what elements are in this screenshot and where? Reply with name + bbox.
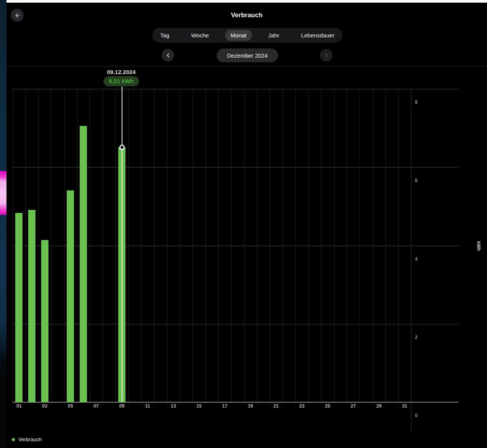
vertical-gridline xyxy=(116,89,116,404)
x-axis-tick-label: 31 xyxy=(398,403,411,409)
vertical-gridline xyxy=(38,89,39,404)
y-axis-tick-label: 0 xyxy=(415,413,418,418)
vertical-gridline xyxy=(77,89,77,404)
selection-indicator-line xyxy=(122,87,122,402)
x-axis-tick-label: 07 xyxy=(90,403,103,409)
vertical-gridline xyxy=(141,89,141,404)
bar-day-03[interactable] xyxy=(41,240,48,402)
vertical-gridline xyxy=(386,89,386,404)
x-axis-tick-label: 17 xyxy=(218,403,231,409)
legend: Verbrauch xyxy=(12,437,42,442)
vertical-gridline xyxy=(308,89,309,404)
x-axis-tick-label: 03 xyxy=(38,403,51,409)
vertical-gridline xyxy=(180,89,180,404)
bar-day-01[interactable] xyxy=(15,213,23,402)
vertical-gridline xyxy=(270,89,270,404)
vertical-gridline xyxy=(26,89,26,404)
vertical-gridline xyxy=(398,89,399,404)
bar-day-06[interactable] xyxy=(80,126,87,403)
legend-dot-icon xyxy=(12,438,15,441)
vertical-gridline xyxy=(244,89,244,404)
bar-day-05[interactable] xyxy=(67,190,74,402)
x-axis-tick-label: 19 xyxy=(244,403,257,409)
tooltip-value-badge: 6,51 kWh xyxy=(103,76,139,86)
x-axis-tick-label: 15 xyxy=(193,403,206,409)
app-root: Verbrauch TagWocheMonatJahrLebensdauer D… xyxy=(0,0,487,448)
x-axis-tick-label: 09 xyxy=(116,403,129,409)
y-axis-tick-label: 2 xyxy=(415,335,418,340)
vertical-gridline xyxy=(206,89,206,404)
vertical-gridline xyxy=(296,89,296,404)
x-axis-tick-label: 05 xyxy=(64,403,77,409)
vertical-gridline xyxy=(283,89,283,404)
vertical-gridline xyxy=(167,89,167,404)
vertical-gridline xyxy=(360,89,360,404)
x-axis-tick-label: 13 xyxy=(167,403,180,409)
x-axis-tick-label: 23 xyxy=(296,403,309,409)
y-axis-tick-label: 8 xyxy=(415,100,418,105)
vertical-gridline xyxy=(90,89,90,404)
x-axis-tick-label: 01 xyxy=(13,403,26,409)
x-axis-tick-label: 27 xyxy=(347,403,360,409)
y-axis-tick-label: 6 xyxy=(415,178,418,183)
vertical-gridline xyxy=(154,89,154,404)
y-axis-unit-label: kWh xyxy=(476,241,481,251)
vertical-gridline xyxy=(64,89,64,404)
x-axis-tick-label: 21 xyxy=(270,403,283,409)
y-axis-tick-label: 4 xyxy=(415,256,418,262)
vertical-gridline xyxy=(103,89,103,404)
vertical-gridline xyxy=(411,89,411,432)
vertical-gridline xyxy=(321,89,321,404)
legend-label: Verbrauch xyxy=(18,437,42,442)
vertical-gridline xyxy=(13,89,13,404)
tooltip-date: 09.12.2024 xyxy=(91,69,152,75)
selection-marker-dot xyxy=(119,145,125,150)
vertical-gridline xyxy=(334,89,334,404)
vertical-gridline xyxy=(373,89,373,404)
vertical-gridline xyxy=(257,89,257,404)
vertical-gridline xyxy=(193,89,193,404)
x-axis-tick-label: 11 xyxy=(141,403,154,409)
x-axis-tick-label: 29 xyxy=(373,403,386,409)
vertical-gridline xyxy=(51,89,51,404)
x-axis-tick-label: 25 xyxy=(321,403,334,409)
consumption-bar-chart: 09.12.2024 6,51 kWh kWh 0246801030507091… xyxy=(0,0,487,448)
vertical-gridline xyxy=(128,89,129,404)
vertical-gridline xyxy=(218,89,219,404)
horizontal-gridline xyxy=(13,89,458,89)
bar-day-02[interactable] xyxy=(28,210,35,402)
vertical-gridline xyxy=(347,89,347,404)
vertical-gridline xyxy=(231,89,231,404)
